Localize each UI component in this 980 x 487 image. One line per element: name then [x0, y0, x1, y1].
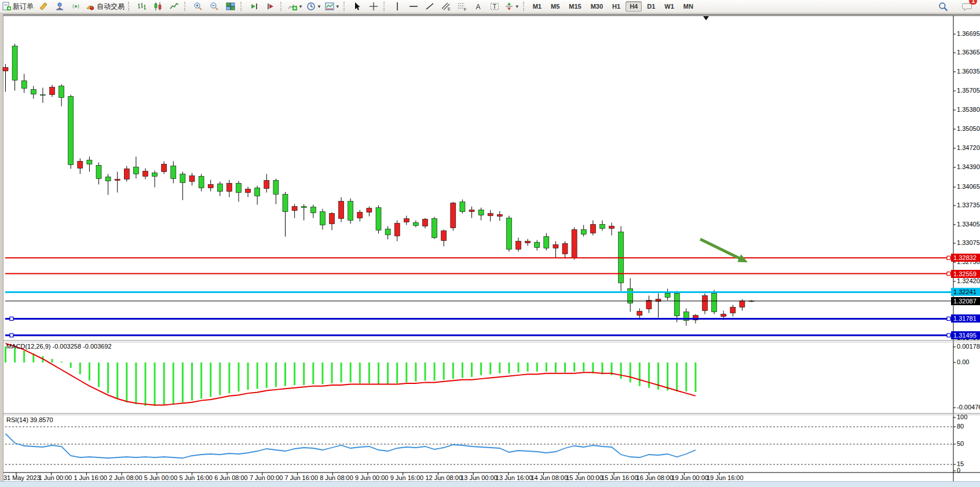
time-axis-label: 14 Jun 08:00 — [531, 474, 568, 481]
status-bar — [0, 481, 980, 487]
chart-window: ▼ USDCAD-,H4 1.32083 1.32092 1.32078 1.3… — [3, 14, 980, 482]
trading-platform-window: 新订单 — [0, 0, 980, 487]
price-axis-label: 1.36365 — [957, 49, 980, 56]
time-axis-label: 16 Jun 08:00 — [637, 474, 674, 481]
time-axis-label: 5 Jun 16:00 — [180, 474, 213, 481]
price-axis-label: 1.35380 — [957, 106, 980, 113]
time-axis-label: 9 Jun 00:00 — [355, 474, 389, 481]
time-axis-label: 13 Jun 16:00 — [496, 474, 533, 481]
rsi-axis-label: 50 — [957, 440, 964, 447]
time-axis-label: 13 Jun 00:00 — [460, 474, 498, 481]
price-axis-label: 1.33405 — [957, 221, 980, 228]
price-axis-label: 1.35705 — [957, 87, 980, 94]
time-axis-label: 15 Jun 00:00 — [566, 474, 603, 481]
time-axis-label: 1 Jun 00:00 — [39, 474, 72, 481]
price-line-label[interactable]: 1.32559 — [951, 270, 980, 278]
time-axis-label: 15 Jun 16:00 — [601, 474, 638, 481]
price-line-label[interactable]: 1.32087 — [951, 297, 980, 305]
price-axis-label: 1.33735 — [957, 202, 980, 208]
macd-axis-label: -0.004763 — [957, 404, 980, 411]
time-axis-label: 31 May 2023 — [3, 474, 41, 481]
price-line-label[interactable]: 1.31781 — [951, 314, 980, 323]
price-axis-label: 1.34065 — [957, 183, 980, 190]
time-axis-label: 6 Jun 08:00 — [214, 474, 248, 481]
time-axis-label: 2 Jun 08:00 — [109, 474, 142, 481]
price-axis-label: 1.34720 — [957, 144, 980, 151]
price-line-label[interactable]: 1.32241 — [951, 288, 980, 296]
time-axis-label: 5 Jun 00:00 — [144, 474, 178, 481]
rsi-axis-label: 80 — [957, 423, 964, 430]
time-axis-label: 1 Jun 16:00 — [74, 474, 107, 481]
price-line-label[interactable]: 1.31495 — [951, 331, 980, 339]
price-line-label[interactable]: 1.32832 — [951, 254, 980, 262]
time-axis-label: 8 Jun 08:00 — [320, 474, 353, 481]
price-axis-label: 1.32420 — [957, 277, 980, 284]
time-axis-label: 12 Jun 08:00 — [425, 474, 462, 481]
rsi-axis-label: 100 — [957, 413, 967, 420]
time-axis-label: 19 Jun 00:00 — [671, 474, 708, 481]
time-axis-label: 7 Jun 16:00 — [285, 474, 319, 481]
macd-axis-label: 0.001789 — [957, 343, 980, 350]
price-axis-label: 1.36035 — [957, 68, 980, 75]
price-axis-label: 1.33075 — [957, 239, 980, 246]
time-axis-label: 9 Jun 16:00 — [390, 474, 424, 481]
time-axis-label: 7 Jun 00:00 — [250, 474, 283, 481]
labels-layer: 1.366951.363651.360351.357051.353801.350… — [1, 1, 980, 487]
price-axis-label: 1.34390 — [957, 163, 980, 170]
time-axis-label: 19 Jun 16:00 — [707, 474, 744, 481]
rsi-indicator-label: RSI(14) 39.8570 — [6, 416, 53, 423]
rsi-axis-label: 0 — [957, 467, 960, 474]
macd-indicator-label: MACD(12,26,9) -0.003258 -0.003692 — [6, 343, 112, 350]
macd-axis-label: 0.00 — [957, 358, 969, 365]
price-axis-label: 1.35050 — [957, 125, 980, 132]
price-axis-label: 1.36695 — [957, 30, 980, 37]
